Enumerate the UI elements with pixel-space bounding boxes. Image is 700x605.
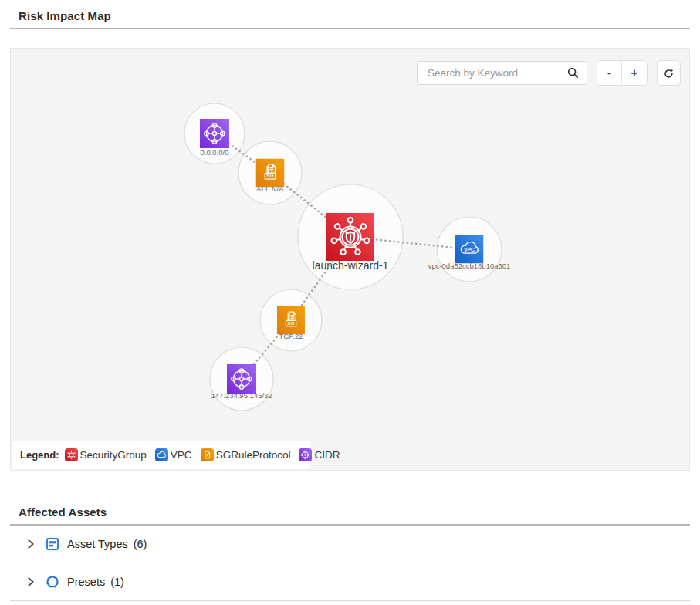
- vpc-icon: [155, 448, 168, 461]
- graph-node-sgrule-22[interactable]: TCP.22: [277, 306, 305, 340]
- asset-row-label: Asset Types: [67, 538, 128, 550]
- legend-item-sg-rule-protocol: SGRuleProtocol: [201, 448, 291, 461]
- node-label: ALL.N/A: [256, 184, 284, 193]
- legend-item-cidr: CIDR: [299, 448, 340, 461]
- search-button[interactable]: [566, 66, 580, 79]
- graph-node-cidr-any[interactable]: 0.0.0.0/0: [200, 119, 229, 157]
- sgruleprotocol-icon: [277, 306, 305, 334]
- asset-row-count: (1): [110, 576, 124, 588]
- zoom-in-button[interactable]: +: [622, 61, 647, 85]
- legend-item-vpc: VPC: [155, 448, 192, 461]
- title-divider: [10, 28, 690, 29]
- graph-node-sgrule-all[interactable]: ALL.N/A: [256, 159, 285, 194]
- legend-item-label: VPC: [171, 449, 192, 461]
- page: Risk Impact Map 0.0.0.0/0ALL.N/Alaunch-w…: [10, 0, 690, 601]
- node-label: vpc-0da52ccb18b10a301: [428, 262, 511, 270]
- chevron-right-icon[interactable]: [24, 537, 38, 551]
- legend-item-label: CIDR: [314, 449, 340, 461]
- cidr-icon: [200, 119, 229, 148]
- sg-rule-protocol-icon: [201, 448, 214, 461]
- map-controls: - +: [417, 60, 681, 86]
- legend-item-label: SecurityGroup: [80, 449, 147, 461]
- asset-types-icon: [45, 536, 60, 552]
- asset-row-asset-types[interactable]: Asset Types (6): [10, 526, 690, 563]
- asset-row-count: (6): [134, 538, 147, 550]
- affected-assets-title: Affected Assets: [10, 471, 690, 519]
- refresh-button[interactable]: [657, 60, 681, 86]
- node-label: 0.0.0.0/0: [201, 148, 229, 157]
- security-group-icon: [65, 448, 78, 461]
- cidr-icon: [299, 448, 312, 461]
- presets-icon: [45, 574, 60, 590]
- legend-item-label: SGRuleProtocol: [216, 449, 291, 461]
- asset-row-label: Presets: [67, 576, 105, 588]
- node-label: 147.234.95.145/32: [211, 391, 272, 400]
- refresh-icon: [662, 66, 675, 79]
- securitygroup-icon: [326, 213, 374, 261]
- page-title: Risk Impact Map: [10, 0, 690, 22]
- node-label: TCP.22: [279, 332, 303, 340]
- zoom-controls: - +: [597, 60, 648, 86]
- node-label: launch-wizard-1: [313, 259, 389, 272]
- cidr-icon: [227, 364, 256, 394]
- sgruleprotocol-icon: [256, 159, 285, 188]
- zoom-out-button[interactable]: -: [597, 61, 622, 85]
- asset-row-presets[interactable]: Presets (1): [10, 563, 690, 601]
- risk-map-panel: 0.0.0.0/0ALL.N/Alaunch-wizard-1vpc-0da52…: [10, 48, 690, 471]
- search-icon: [566, 66, 580, 79]
- search-box[interactable]: [417, 61, 587, 85]
- search-input[interactable]: [426, 66, 566, 79]
- risk-graph[interactable]: 0.0.0.0/0ALL.N/Alaunch-wizard-1vpc-0da52…: [11, 49, 689, 470]
- legend-label: Legend:: [20, 449, 59, 461]
- legend-item-security-group: SecurityGroup: [65, 448, 147, 461]
- legend: Legend: SecurityGroup: [12, 441, 310, 469]
- vpc-icon: [455, 235, 484, 264]
- chevron-right-icon[interactable]: [24, 575, 38, 589]
